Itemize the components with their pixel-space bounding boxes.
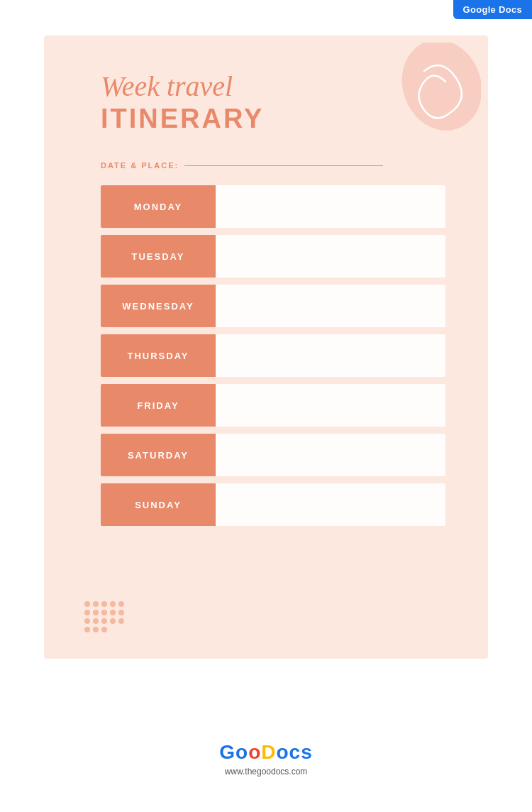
day-content-wednesday[interactable] — [216, 285, 445, 327]
day-label-monday: MONDAY — [101, 185, 216, 228]
day-content-saturday[interactable] — [216, 434, 445, 476]
table-row: FRIDAY — [101, 384, 445, 427]
document-header: Week travel ITINERARY — [44, 35, 488, 148]
table-row: MONDAY — [101, 185, 445, 228]
google-docs-badge: Google Docs — [453, 0, 532, 19]
day-content-sunday[interactable] — [216, 483, 445, 526]
date-place-label: DATE & PLACE: — [101, 161, 179, 170]
date-place-underline — [184, 165, 383, 166]
decorative-dots — [83, 600, 126, 634]
day-label-thursday: THURSDAY — [101, 334, 216, 377]
day-label-tuesday: TUESDAY — [101, 235, 216, 278]
days-table: MONDAY TUESDAY WEDNESDAY THURSDAY FRIDAY… — [101, 185, 445, 526]
goodocs-url: www.thegoodocs.com — [225, 767, 308, 777]
day-content-monday[interactable] — [216, 185, 445, 228]
title-week-travel: Week travel — [101, 71, 460, 102]
table-row: WEDNESDAY — [101, 285, 445, 327]
date-place-row: DATE & PLACE: — [101, 161, 488, 170]
table-row: THURSDAY — [101, 334, 445, 377]
title-itinerary: ITINERARY — [101, 104, 460, 134]
day-content-thursday[interactable] — [216, 334, 445, 377]
table-row: TUESDAY — [101, 235, 445, 278]
day-content-friday[interactable] — [216, 384, 445, 427]
day-label-wednesday: WEDNESDAY — [101, 285, 216, 327]
goodocs-logo: GooDocs — [219, 741, 313, 764]
document-card: Week travel ITINERARY DATE & PLACE: MOND… — [44, 35, 488, 659]
table-row: SUNDAY — [101, 483, 445, 526]
day-label-sunday: SUNDAY — [101, 483, 216, 526]
day-label-friday: FRIDAY — [101, 384, 216, 427]
day-content-tuesday[interactable] — [216, 235, 445, 278]
table-row: SATURDAY — [101, 434, 445, 476]
page-footer: GooDocs www.thegoodocs.com — [0, 741, 532, 777]
day-label-saturday: SATURDAY — [101, 434, 216, 476]
